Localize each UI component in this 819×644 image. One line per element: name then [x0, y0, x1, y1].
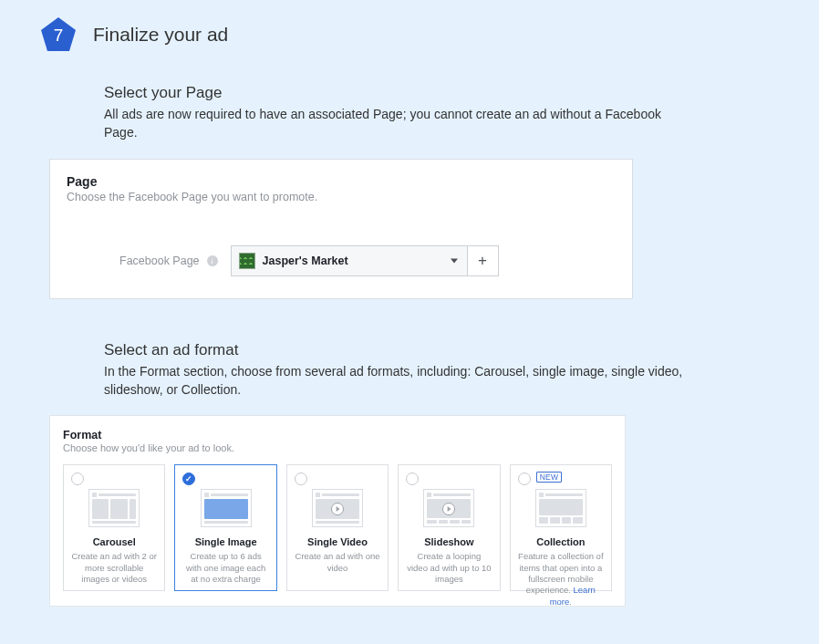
format-panel: Format Choose how you'd like your ad to … — [49, 415, 626, 607]
facebook-page-dropdown[interactable]: Jasper's Market — [231, 245, 468, 276]
format-option-single-image[interactable]: Single Image Create up to 6 ads with one… — [174, 464, 276, 591]
format-desc: Create a looping video ad with up to 10 … — [404, 551, 493, 585]
radio-icon — [406, 473, 419, 485]
section-heading: Select your Page — [104, 84, 697, 102]
section-desc: All ads are now required to have an asso… — [104, 105, 697, 142]
chevron-down-icon — [451, 258, 458, 263]
format-panel-title: Format — [63, 429, 612, 441]
format-option-carousel[interactable]: Carousel Create an ad with 2 or more scr… — [63, 464, 165, 591]
format-desc: Create an ad with 2 or more scrollable i… — [69, 551, 159, 585]
step-title: Finalize your ad — [93, 24, 228, 46]
plus-icon: + — [478, 252, 487, 270]
format-title: Slideshow — [404, 536, 493, 547]
slideshow-preview-icon — [423, 489, 474, 527]
selected-page-name: Jasper's Market — [263, 254, 348, 267]
radio-checked-icon — [182, 473, 195, 485]
page-thumb-icon — [239, 253, 255, 269]
radio-icon — [295, 473, 307, 485]
format-option-collection[interactable]: NEW Collection Feature a collection of i… — [510, 464, 612, 591]
page-panel-title: Page — [67, 174, 616, 189]
page-panel: Page Choose the Facebook Page you want t… — [49, 159, 633, 299]
radio-icon — [518, 473, 531, 485]
format-panel-subtitle: Choose how you'd like your ad to look. — [63, 442, 612, 453]
format-title: Carousel — [69, 536, 159, 547]
section-select-format: Select an ad format In the Format sectio… — [104, 341, 697, 400]
step-number: 7 — [54, 26, 64, 46]
format-option-slideshow[interactable]: Slideshow Create a looping video ad with… — [398, 464, 500, 591]
info-icon[interactable]: i — [207, 255, 218, 266]
section-select-page: Select your Page All ads are now require… — [104, 84, 697, 142]
step-header: 7 Finalize your ad — [40, 16, 792, 53]
new-badge: NEW — [536, 472, 563, 483]
add-page-button[interactable]: + — [468, 245, 499, 276]
single-image-preview-icon — [201, 489, 252, 527]
radio-icon — [71, 473, 84, 485]
single-video-preview-icon — [312, 489, 363, 527]
format-title: Single Image — [181, 536, 270, 547]
format-desc: Create an ad with one video — [293, 551, 382, 574]
section-desc: In the Format section, choose from sever… — [104, 362, 697, 400]
format-title: Single Video — [293, 536, 382, 547]
facebook-page-label: Facebook Page — [119, 254, 200, 267]
page-panel-subtitle: Choose the Facebook Page you want to pro… — [67, 191, 616, 203]
format-desc: Create up to 6 ads with one image each a… — [181, 551, 270, 585]
format-desc: Feature a collection of items that open … — [516, 551, 606, 608]
format-title: Collection — [516, 536, 606, 547]
section-heading: Select an ad format — [104, 341, 697, 359]
step-number-badge: 7 — [40, 16, 77, 53]
carousel-preview-icon — [88, 489, 140, 527]
collection-preview-icon — [535, 489, 586, 527]
format-options-row: Carousel Create an ad with 2 or more scr… — [63, 464, 612, 591]
format-option-single-video[interactable]: Single Video Create an ad with one video — [286, 464, 389, 591]
